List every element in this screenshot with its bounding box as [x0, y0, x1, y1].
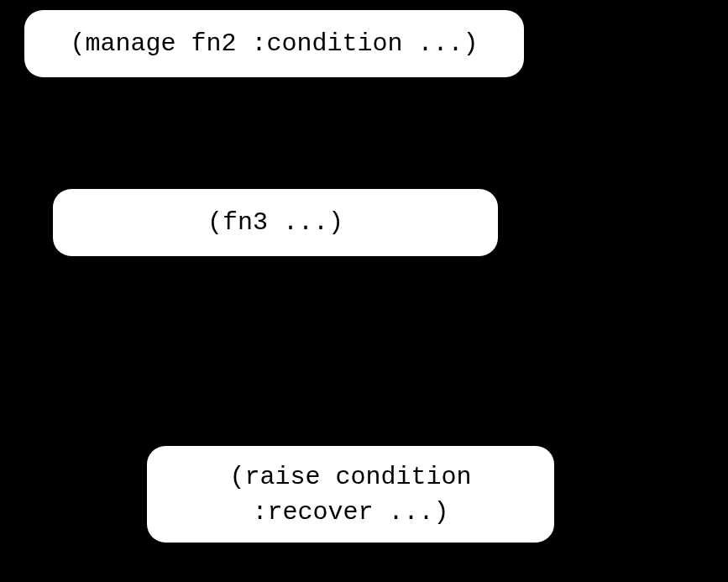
node-label: (fn3 ...): [207, 208, 343, 237]
diagram-node-manage: (manage fn2 :condition ...): [24, 10, 524, 77]
node-label: (raise condition :recover ...): [172, 459, 529, 530]
diagram-node-raise: (raise condition :recover ...): [147, 446, 554, 543]
diagram-node-fn3: (fn3 ...): [53, 189, 498, 256]
node-label: (manage fn2 :condition ...): [70, 29, 478, 58]
